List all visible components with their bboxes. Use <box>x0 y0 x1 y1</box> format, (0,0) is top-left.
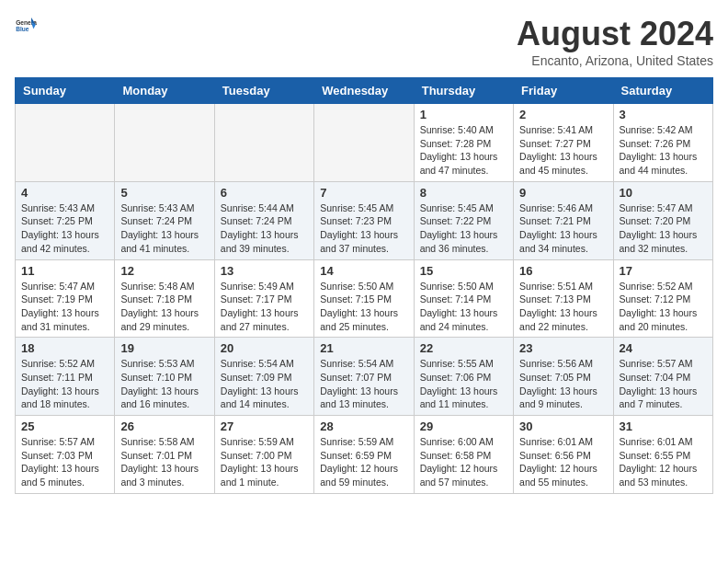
table-row <box>115 104 214 182</box>
day-info: Sunrise: 5:47 AMSunset: 7:20 PMDaylight:… <box>620 201 707 256</box>
day-info: Sunrise: 5:51 AMSunset: 7:13 PMDaylight:… <box>519 280 607 334</box>
weekday-header-tuesday: Tuesday <box>214 78 313 104</box>
day-info: Sunrise: 5:54 AMSunset: 7:09 PMDaylight:… <box>221 357 308 411</box>
calendar-week-row: 18Sunrise: 5:52 AMSunset: 7:11 PMDayligh… <box>16 338 713 416</box>
weekday-header-friday: Friday <box>514 78 613 104</box>
day-info: Sunrise: 5:42 AMSunset: 7:26 PMDaylight:… <box>620 123 707 178</box>
day-info: Sunrise: 5:54 AMSunset: 7:07 PMDaylight:… <box>320 357 407 411</box>
table-row: 31Sunrise: 6:01 AMSunset: 6:55 PMDayligh… <box>613 416 712 494</box>
table-row: 7Sunrise: 5:45 AMSunset: 7:23 PMDaylight… <box>314 181 414 259</box>
day-number: 7 <box>320 186 407 200</box>
table-row: 4Sunrise: 5:43 AMSunset: 7:25 PMDaylight… <box>16 181 115 259</box>
day-info: Sunrise: 5:59 AMSunset: 6:59 PMDaylight:… <box>320 435 407 489</box>
table-row: 17Sunrise: 5:52 AMSunset: 7:12 PMDayligh… <box>613 259 712 338</box>
day-number: 25 <box>21 419 108 433</box>
day-number: 31 <box>620 419 707 433</box>
table-row: 6Sunrise: 5:44 AMSunset: 7:24 PMDaylight… <box>214 181 313 259</box>
calendar-week-row: 11Sunrise: 5:47 AMSunset: 7:19 PMDayligh… <box>16 259 713 338</box>
day-number: 13 <box>221 264 308 278</box>
day-info: Sunrise: 5:57 AMSunset: 7:04 PMDaylight:… <box>620 357 707 411</box>
day-number: 12 <box>120 264 208 278</box>
day-info: Sunrise: 5:48 AMSunset: 7:18 PMDaylight:… <box>120 280 208 334</box>
weekday-header-wednesday: Wednesday <box>314 78 414 104</box>
day-info: Sunrise: 5:43 AMSunset: 7:25 PMDaylight:… <box>21 201 108 256</box>
calendar-week-row: 25Sunrise: 5:57 AMSunset: 7:03 PMDayligh… <box>16 416 713 494</box>
day-number: 17 <box>620 264 707 278</box>
day-info: Sunrise: 5:46 AMSunset: 7:21 PMDaylight:… <box>519 201 607 256</box>
subtitle: Encanto, Arizona, United States <box>517 53 713 68</box>
day-number: 11 <box>21 264 108 278</box>
table-row: 27Sunrise: 5:59 AMSunset: 7:00 PMDayligh… <box>214 416 313 494</box>
day-number: 14 <box>320 264 407 278</box>
calendar-week-row: 1Sunrise: 5:40 AMSunset: 7:28 PMDaylight… <box>16 104 713 182</box>
day-number: 4 <box>21 186 108 200</box>
table-row: 10Sunrise: 5:47 AMSunset: 7:20 PMDayligh… <box>613 181 712 259</box>
svg-text:Blue: Blue <box>16 26 29 32</box>
day-number: 16 <box>519 264 607 278</box>
table-row: 12Sunrise: 5:48 AMSunset: 7:18 PMDayligh… <box>115 259 214 338</box>
logo: General Blue <box>15 15 37 37</box>
day-info: Sunrise: 5:41 AMSunset: 7:27 PMDaylight:… <box>519 123 607 178</box>
table-row: 26Sunrise: 5:58 AMSunset: 7:01 PMDayligh… <box>115 416 214 494</box>
title-area: August 2024 Encanto, Arizona, United Sta… <box>517 15 713 68</box>
day-info: Sunrise: 5:58 AMSunset: 7:01 PMDaylight:… <box>120 435 208 489</box>
table-row: 18Sunrise: 5:52 AMSunset: 7:11 PMDayligh… <box>16 338 115 416</box>
table-row: 5Sunrise: 5:43 AMSunset: 7:24 PMDaylight… <box>115 181 214 259</box>
day-info: Sunrise: 6:00 AMSunset: 6:58 PMDaylight:… <box>420 435 507 489</box>
table-row: 8Sunrise: 5:45 AMSunset: 7:22 PMDaylight… <box>414 181 513 259</box>
header: General Blue August 2024 Encanto, Arizon… <box>15 15 713 68</box>
day-number: 30 <box>519 419 607 433</box>
table-row <box>16 104 115 182</box>
table-row: 25Sunrise: 5:57 AMSunset: 7:03 PMDayligh… <box>16 416 115 494</box>
main-title: August 2024 <box>517 15 713 53</box>
day-number: 8 <box>420 186 507 200</box>
table-row: 30Sunrise: 6:01 AMSunset: 6:56 PMDayligh… <box>514 416 613 494</box>
day-number: 21 <box>320 341 407 355</box>
weekday-header-sunday: Sunday <box>16 78 115 104</box>
weekday-header-saturday: Saturday <box>613 78 712 104</box>
day-info: Sunrise: 5:45 AMSunset: 7:23 PMDaylight:… <box>320 201 407 256</box>
weekday-header-thursday: Thursday <box>414 78 513 104</box>
day-info: Sunrise: 5:56 AMSunset: 7:05 PMDaylight:… <box>519 357 607 411</box>
table-row: 24Sunrise: 5:57 AMSunset: 7:04 PMDayligh… <box>613 338 712 416</box>
table-row: 23Sunrise: 5:56 AMSunset: 7:05 PMDayligh… <box>514 338 613 416</box>
table-row: 14Sunrise: 5:50 AMSunset: 7:15 PMDayligh… <box>314 259 414 338</box>
table-row: 21Sunrise: 5:54 AMSunset: 7:07 PMDayligh… <box>314 338 414 416</box>
table-row <box>214 104 313 182</box>
day-number: 10 <box>620 186 707 200</box>
weekday-header-monday: Monday <box>115 78 214 104</box>
day-info: Sunrise: 5:44 AMSunset: 7:24 PMDaylight:… <box>221 201 308 256</box>
day-number: 28 <box>320 419 407 433</box>
table-row: 2Sunrise: 5:41 AMSunset: 7:27 PMDaylight… <box>514 104 613 182</box>
table-row: 11Sunrise: 5:47 AMSunset: 7:19 PMDayligh… <box>16 259 115 338</box>
calendar-week-row: 4Sunrise: 5:43 AMSunset: 7:25 PMDaylight… <box>16 181 713 259</box>
day-info: Sunrise: 5:52 AMSunset: 7:12 PMDaylight:… <box>620 280 707 334</box>
day-info: Sunrise: 5:50 AMSunset: 7:14 PMDaylight:… <box>420 280 507 334</box>
day-number: 29 <box>420 419 507 433</box>
day-number: 15 <box>420 264 507 278</box>
table-row: 1Sunrise: 5:40 AMSunset: 7:28 PMDaylight… <box>414 104 513 182</box>
day-number: 20 <box>221 341 308 355</box>
day-info: Sunrise: 5:53 AMSunset: 7:10 PMDaylight:… <box>120 357 208 411</box>
day-info: Sunrise: 5:45 AMSunset: 7:22 PMDaylight:… <box>420 201 507 256</box>
day-number: 18 <box>21 341 108 355</box>
table-row: 9Sunrise: 5:46 AMSunset: 7:21 PMDaylight… <box>514 181 613 259</box>
calendar: SundayMondayTuesdayWednesdayThursdayFrid… <box>15 77 713 494</box>
day-info: Sunrise: 5:43 AMSunset: 7:24 PMDaylight:… <box>120 201 208 256</box>
day-number: 1 <box>420 108 507 121</box>
day-info: Sunrise: 5:40 AMSunset: 7:28 PMDaylight:… <box>420 123 507 178</box>
day-number: 22 <box>420 341 507 355</box>
table-row: 15Sunrise: 5:50 AMSunset: 7:14 PMDayligh… <box>414 259 513 338</box>
day-number: 24 <box>620 341 707 355</box>
day-info: Sunrise: 5:52 AMSunset: 7:11 PMDaylight:… <box>21 357 108 411</box>
day-info: Sunrise: 5:50 AMSunset: 7:15 PMDaylight:… <box>320 280 407 334</box>
table-row: 19Sunrise: 5:53 AMSunset: 7:10 PMDayligh… <box>115 338 214 416</box>
day-info: Sunrise: 6:01 AMSunset: 6:55 PMDaylight:… <box>620 435 707 489</box>
table-row: 20Sunrise: 5:54 AMSunset: 7:09 PMDayligh… <box>214 338 313 416</box>
day-info: Sunrise: 5:55 AMSunset: 7:06 PMDaylight:… <box>420 357 507 411</box>
day-info: Sunrise: 5:49 AMSunset: 7:17 PMDaylight:… <box>221 280 308 334</box>
day-number: 26 <box>120 419 208 433</box>
day-number: 6 <box>221 186 308 200</box>
day-number: 3 <box>620 108 707 121</box>
day-info: Sunrise: 5:59 AMSunset: 7:00 PMDaylight:… <box>221 435 308 489</box>
